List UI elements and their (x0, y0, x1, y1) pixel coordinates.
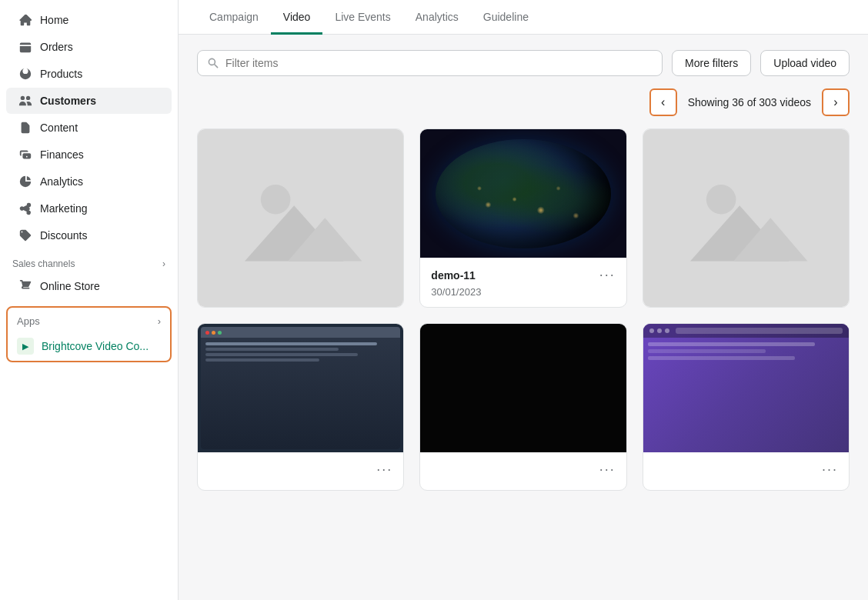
finances-icon (18, 148, 32, 162)
video-card-3: Event ··· 24/01/2023 (643, 128, 850, 308)
earth-visual (436, 139, 610, 248)
main-content: Campaign Video Live Events Analytics Gui… (179, 0, 868, 600)
sidebar-item-home-label: Home (40, 14, 68, 26)
apps-header: Apps › (8, 308, 170, 332)
video-menu-2[interactable]: ··· (599, 267, 616, 283)
earth-lights (436, 139, 610, 248)
video-thumbnail-5 (420, 324, 626, 452)
video-thumbnail-3 (643, 129, 849, 307)
sidebar-item-finances[interactable]: Finances (6, 142, 172, 168)
brightcove-app-label: Brightcove Video Co... (42, 340, 149, 352)
search-icon (207, 57, 219, 69)
screenshot-thumb-4 (201, 327, 400, 449)
video-menu-4[interactable]: ··· (376, 462, 392, 478)
video-info-5: ··· (420, 452, 626, 490)
video-info-4: ··· (198, 452, 403, 490)
apps-label: Apps (17, 315, 40, 327)
video-thumbnail-1 (198, 129, 403, 307)
purple-screenshot (643, 324, 849, 452)
purple-screenshot-bar (643, 324, 849, 338)
video-info-6: ··· (643, 452, 849, 490)
video-title-row-5: ··· (431, 462, 615, 478)
upload-video-button[interactable]: Upload video (760, 50, 850, 76)
filter-input[interactable] (225, 57, 653, 69)
placeholder-image-icon (239, 165, 362, 272)
sidebar-item-marketing[interactable]: Marketing (6, 195, 172, 222)
sidebar-item-analytics-label: Analytics (40, 175, 83, 188)
brightcove-app-icon: ▶ (17, 338, 34, 355)
filter-bar: More filters Upload video (197, 50, 850, 76)
sales-channels-label: Sales channels (12, 258, 75, 269)
content-icon (18, 121, 32, 135)
video-thumbnail-6 (643, 324, 849, 452)
orders-icon (18, 40, 32, 54)
home-icon (18, 13, 32, 27)
video-info-1: demo-11 ··· 30/01/2023 (198, 307, 403, 308)
video-info-3: Event ··· 24/01/2023 (643, 307, 849, 308)
purple-dot-2 (657, 328, 662, 333)
video-card-2: demo-11 ··· 30/01/2023 (419, 128, 626, 308)
svg-point-3 (706, 185, 736, 214)
customers-icon (18, 94, 32, 108)
tab-analytics[interactable]: Analytics (403, 0, 471, 35)
next-page-button[interactable]: › (822, 88, 850, 116)
tab-live-events[interactable]: Live Events (322, 0, 402, 35)
sidebar-item-discounts-label: Discounts (40, 229, 87, 242)
video-title-row-4: ··· (209, 462, 392, 478)
video-menu-6[interactable]: ··· (822, 462, 838, 478)
video-card-5: ··· (419, 323, 626, 491)
sidebar-item-customers[interactable]: Customers (6, 88, 172, 114)
video-title-2: demo-11 (431, 269, 476, 282)
tab-video[interactable]: Video (271, 0, 323, 35)
sidebar-item-analytics[interactable]: Analytics (6, 168, 172, 195)
video-title-row-2: demo-11 ··· (431, 267, 615, 283)
analytics-icon (18, 175, 32, 188)
video-title-row-6: ··· (654, 462, 838, 478)
video-card-4: ··· (197, 323, 404, 491)
sidebar-item-marketing-label: Marketing (40, 202, 87, 215)
apps-section: Apps › ▶ Brightcove Video Co... (6, 306, 172, 362)
purple-dot-3 (665, 328, 669, 333)
sales-channels-chevron[interactable]: › (162, 258, 165, 269)
sidebar-item-online-store-label: Online Store (40, 280, 100, 292)
sales-channels-section: Sales channels › (0, 249, 178, 272)
sidebar-item-finances-label: Finances (40, 148, 84, 161)
sidebar: Home Orders Products Customers Content F… (0, 0, 179, 600)
discounts-icon (18, 228, 32, 242)
sidebar-item-customers-label: Customers (40, 95, 96, 107)
sidebar-item-products-label: Products (40, 68, 82, 80)
sidebar-item-content-label: Content (40, 122, 78, 134)
store-icon (18, 279, 32, 293)
products-icon (18, 67, 32, 81)
sidebar-item-content[interactable]: Content (6, 115, 172, 141)
placeholder-image-icon-3 (684, 165, 807, 272)
sidebar-item-discounts[interactable]: Discounts (6, 222, 172, 248)
video-menu-5[interactable]: ··· (599, 462, 616, 478)
video-card-6: ··· (643, 323, 850, 491)
pagination-bar: ‹ Showing 36 of 303 videos › (197, 88, 850, 116)
sidebar-item-products[interactable]: Products (6, 61, 172, 87)
sidebar-item-online-store[interactable]: Online Store (6, 273, 172, 299)
tab-campaign[interactable]: Campaign (197, 0, 271, 35)
video-thumbnail-4 (198, 324, 403, 452)
content-area: More filters Upload video ‹ Showing 36 o… (179, 35, 868, 600)
sidebar-item-home[interactable]: Home (6, 7, 172, 33)
tabs-bar: Campaign Video Live Events Analytics Gui… (179, 0, 868, 35)
apps-chevron[interactable]: › (158, 315, 161, 327)
svg-point-0 (261, 185, 290, 214)
tab-guideline[interactable]: Guideline (471, 0, 541, 35)
pagination-info: Showing 36 of 303 videos (688, 96, 811, 108)
brightcove-app-item[interactable]: ▶ Brightcove Video Co... (8, 332, 170, 361)
purple-dot-1 (649, 328, 654, 333)
sidebar-item-orders-label: Orders (40, 41, 73, 53)
video-date-2: 30/01/2023 (431, 286, 615, 298)
marketing-icon (18, 202, 32, 215)
filter-input-wrapper[interactable] (197, 50, 663, 76)
sidebar-item-orders[interactable]: Orders (6, 34, 172, 60)
video-card-1: demo-11 ··· 30/01/2023 (197, 128, 404, 308)
video-thumbnail-2 (420, 129, 626, 258)
sidebar-nav: Home Orders Products Customers Content F… (0, 6, 178, 249)
video-info-2: demo-11 ··· 30/01/2023 (420, 258, 626, 307)
prev-page-button[interactable]: ‹ (649, 88, 677, 116)
more-filters-button[interactable]: More filters (672, 50, 751, 76)
